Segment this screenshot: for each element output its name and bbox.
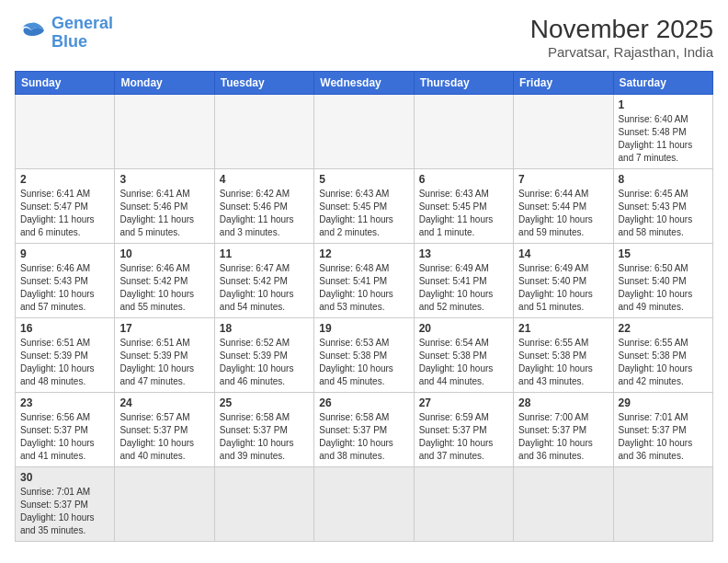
day-info: Sunrise: 6:59 AM Sunset: 5:37 PM Dayligh… [419, 411, 508, 463]
calendar-cell [314, 95, 414, 169]
calendar-cell [214, 467, 313, 542]
calendar-header-sunday: Sunday [16, 72, 115, 95]
calendar-cell [414, 95, 513, 169]
calendar-cell [16, 95, 115, 169]
day-number: 15 [619, 247, 708, 260]
calendar-cell [115, 95, 214, 169]
calendar-cell [314, 467, 414, 542]
logo: GeneralBlue [15, 15, 113, 52]
day-number: 30 [20, 471, 109, 484]
calendar-cell: 22Sunrise: 6:55 AM Sunset: 5:38 PM Dayli… [613, 318, 712, 393]
calendar-week-row: 9Sunrise: 6:46 AM Sunset: 5:43 PM Daylig… [16, 244, 713, 318]
calendar-header-row: SundayMondayTuesdayWednesdayThursdayFrid… [16, 72, 713, 95]
day-info: Sunrise: 6:49 AM Sunset: 5:40 PM Dayligh… [518, 262, 608, 314]
title-block: November 2025 Parvatsar, Rajasthan, Indi… [530, 15, 713, 60]
calendar-week-row: 30Sunrise: 7:01 AM Sunset: 5:37 PM Dayli… [16, 467, 713, 542]
day-number: 6 [419, 173, 508, 186]
day-info: Sunrise: 6:48 AM Sunset: 5:41 PM Dayligh… [319, 262, 408, 314]
calendar-cell [613, 467, 712, 542]
calendar-week-row: 2Sunrise: 6:41 AM Sunset: 5:47 PM Daylig… [16, 169, 713, 244]
calendar-header-monday: Monday [115, 72, 214, 95]
logo-icon [15, 19, 48, 47]
calendar-cell: 3Sunrise: 6:41 AM Sunset: 5:46 PM Daylig… [115, 169, 214, 244]
calendar-cell: 13Sunrise: 6:49 AM Sunset: 5:41 PM Dayli… [414, 244, 513, 318]
day-info: Sunrise: 6:49 AM Sunset: 5:41 PM Dayligh… [419, 262, 508, 314]
day-number: 16 [20, 322, 109, 335]
calendar-header-thursday: Thursday [414, 72, 513, 95]
day-info: Sunrise: 6:50 AM Sunset: 5:40 PM Dayligh… [619, 262, 708, 314]
calendar-cell: 5Sunrise: 6:43 AM Sunset: 5:45 PM Daylig… [314, 169, 414, 244]
day-number: 27 [419, 396, 508, 409]
day-info: Sunrise: 6:51 AM Sunset: 5:39 PM Dayligh… [20, 337, 109, 388]
calendar-cell: 12Sunrise: 6:48 AM Sunset: 5:41 PM Dayli… [314, 244, 414, 318]
calendar-cell: 30Sunrise: 7:01 AM Sunset: 5:37 PM Dayli… [16, 467, 115, 542]
calendar-cell: 6Sunrise: 6:43 AM Sunset: 5:45 PM Daylig… [414, 169, 513, 244]
day-info: Sunrise: 6:40 AM Sunset: 5:48 PM Dayligh… [619, 113, 708, 165]
calendar-cell: 7Sunrise: 6:44 AM Sunset: 5:44 PM Daylig… [514, 169, 613, 244]
day-number: 2 [20, 173, 109, 186]
day-number: 18 [220, 322, 309, 335]
day-number: 3 [119, 173, 209, 186]
day-number: 11 [220, 247, 309, 260]
day-number: 10 [119, 247, 209, 260]
calendar-cell: 24Sunrise: 6:57 AM Sunset: 5:37 PM Dayli… [115, 393, 214, 467]
day-info: Sunrise: 6:54 AM Sunset: 5:38 PM Dayligh… [419, 337, 508, 388]
calendar-cell: 11Sunrise: 6:47 AM Sunset: 5:42 PM Dayli… [214, 244, 313, 318]
logo-text: GeneralBlue [51, 15, 113, 52]
day-number: 28 [518, 396, 608, 409]
day-info: Sunrise: 6:45 AM Sunset: 5:43 PM Dayligh… [619, 188, 708, 239]
day-number: 5 [319, 173, 408, 186]
day-number: 8 [619, 173, 708, 186]
day-info: Sunrise: 6:46 AM Sunset: 5:43 PM Dayligh… [20, 262, 109, 314]
day-info: Sunrise: 6:41 AM Sunset: 5:46 PM Dayligh… [119, 188, 209, 239]
day-info: Sunrise: 6:51 AM Sunset: 5:39 PM Dayligh… [119, 337, 209, 388]
calendar-cell: 26Sunrise: 6:58 AM Sunset: 5:37 PM Dayli… [314, 393, 414, 467]
day-number: 23 [20, 396, 109, 409]
day-number: 4 [220, 173, 309, 186]
day-number: 25 [220, 396, 309, 409]
day-info: Sunrise: 6:44 AM Sunset: 5:44 PM Dayligh… [518, 188, 608, 239]
logo-text-block: GeneralBlue [51, 15, 113, 52]
calendar-cell: 8Sunrise: 6:45 AM Sunset: 5:43 PM Daylig… [613, 169, 712, 244]
day-info: Sunrise: 6:46 AM Sunset: 5:42 PM Dayligh… [119, 262, 209, 314]
day-info: Sunrise: 6:52 AM Sunset: 5:39 PM Dayligh… [220, 337, 309, 388]
calendar-cell: 17Sunrise: 6:51 AM Sunset: 5:39 PM Dayli… [115, 318, 214, 393]
calendar-header-wednesday: Wednesday [314, 72, 414, 95]
calendar-cell [514, 95, 613, 169]
day-number: 20 [419, 322, 508, 335]
calendar-cell: 10Sunrise: 6:46 AM Sunset: 5:42 PM Dayli… [115, 244, 214, 318]
calendar-header-saturday: Saturday [613, 72, 712, 95]
day-info: Sunrise: 6:41 AM Sunset: 5:47 PM Dayligh… [20, 188, 109, 239]
day-number: 29 [619, 396, 708, 409]
calendar-week-row: 23Sunrise: 6:56 AM Sunset: 5:37 PM Dayli… [16, 393, 713, 467]
calendar-week-row: 1Sunrise: 6:40 AM Sunset: 5:48 PM Daylig… [16, 95, 713, 169]
calendar-cell [214, 95, 313, 169]
calendar-cell: 16Sunrise: 6:51 AM Sunset: 5:39 PM Dayli… [16, 318, 115, 393]
day-number: 7 [518, 173, 608, 186]
calendar-cell [414, 467, 513, 542]
calendar-cell: 2Sunrise: 6:41 AM Sunset: 5:47 PM Daylig… [16, 169, 115, 244]
day-info: Sunrise: 6:43 AM Sunset: 5:45 PM Dayligh… [319, 188, 408, 239]
day-info: Sunrise: 6:56 AM Sunset: 5:37 PM Dayligh… [20, 411, 109, 463]
calendar-cell: 27Sunrise: 6:59 AM Sunset: 5:37 PM Dayli… [414, 393, 513, 467]
calendar-cell: 9Sunrise: 6:46 AM Sunset: 5:43 PM Daylig… [16, 244, 115, 318]
day-number: 21 [518, 322, 608, 335]
calendar-cell: 18Sunrise: 6:52 AM Sunset: 5:39 PM Dayli… [214, 318, 313, 393]
day-number: 1 [619, 98, 708, 111]
calendar-cell: 28Sunrise: 7:00 AM Sunset: 5:37 PM Dayli… [514, 393, 613, 467]
day-info: Sunrise: 6:55 AM Sunset: 5:38 PM Dayligh… [619, 337, 708, 388]
day-number: 12 [319, 247, 408, 260]
subtitle: Parvatsar, Rajasthan, India [530, 44, 713, 60]
day-info: Sunrise: 6:53 AM Sunset: 5:38 PM Dayligh… [319, 337, 408, 388]
day-number: 9 [20, 247, 109, 260]
calendar-week-row: 16Sunrise: 6:51 AM Sunset: 5:39 PM Dayli… [16, 318, 713, 393]
day-info: Sunrise: 7:00 AM Sunset: 5:37 PM Dayligh… [518, 411, 608, 463]
calendar-cell: 1Sunrise: 6:40 AM Sunset: 5:48 PM Daylig… [613, 95, 712, 169]
day-number: 14 [518, 247, 608, 260]
calendar-table: SundayMondayTuesdayWednesdayThursdayFrid… [15, 71, 713, 542]
day-info: Sunrise: 6:57 AM Sunset: 5:37 PM Dayligh… [119, 411, 209, 463]
day-info: Sunrise: 6:42 AM Sunset: 5:46 PM Dayligh… [220, 188, 309, 239]
day-number: 24 [119, 396, 209, 409]
calendar-cell: 23Sunrise: 6:56 AM Sunset: 5:37 PM Dayli… [16, 393, 115, 467]
day-info: Sunrise: 6:58 AM Sunset: 5:37 PM Dayligh… [319, 411, 408, 463]
